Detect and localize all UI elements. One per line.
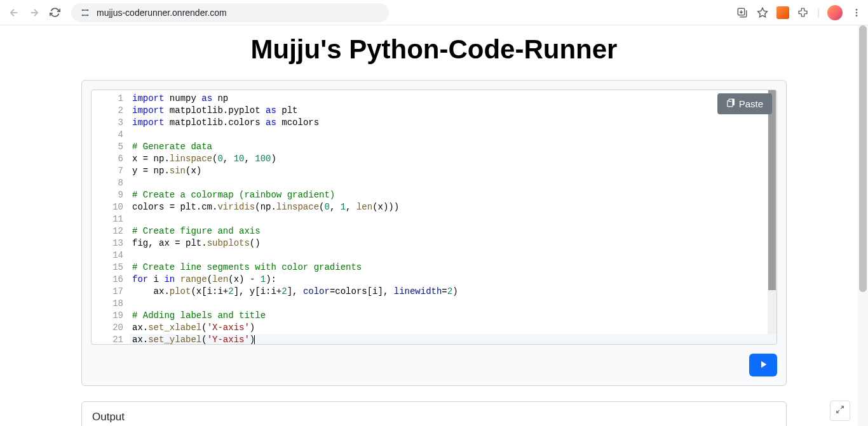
forward-button[interactable]: [25, 4, 43, 22]
code-line[interactable]: ax.plot(x[i:i+2], y[i:i+2], color=colors…: [130, 286, 776, 298]
line-gutter: 123456789101112131415161718192021: [92, 90, 130, 345]
bookmark-icon[interactable]: [756, 6, 769, 19]
svg-point-5: [856, 9, 858, 11]
code-line[interactable]: fig, ax = plt.subplots(): [130, 237, 776, 250]
url-bar[interactable]: mujjus-coderunner.onrender.com: [71, 3, 389, 22]
code-line[interactable]: ax.set_xlabel('X-axis'): [130, 322, 776, 334]
code-line[interactable]: for i in range(len(x) - 1):: [130, 274, 776, 286]
code-line[interactable]: y = np.sin(x): [130, 165, 776, 177]
code-editor[interactable]: 123456789101112131415161718192021 import…: [91, 90, 777, 345]
code-line[interactable]: # Generate data: [130, 141, 776, 153]
page-scrollbar-thumb[interactable]: [859, 25, 867, 292]
code-line[interactable]: colors = plt.cm.viridis(np.linspace(0, 1…: [130, 201, 776, 213]
page-viewport: Mujju's Python-Code-Runner Paste 1234567…: [0, 25, 868, 426]
page-scrollbar[interactable]: [858, 25, 868, 426]
reload-button[interactable]: [46, 4, 64, 22]
more-menu-icon[interactable]: [850, 6, 863, 19]
paste-button[interactable]: Paste: [717, 93, 772, 114]
install-app-icon[interactable]: [736, 6, 749, 19]
expand-button[interactable]: [830, 401, 850, 421]
browser-toolbar: mujjus-coderunner.onrender.com |: [0, 0, 868, 25]
output-panel: Output: [81, 401, 787, 426]
code-line[interactable]: x = np.linspace(0, 10, 100): [130, 153, 776, 165]
clipboard-icon: [726, 98, 735, 109]
page-title: Mujju's Python-Code-Runner: [10, 25, 858, 80]
code-line[interactable]: import matplotlib.pyplot as plt: [130, 105, 776, 117]
code-line[interactable]: ax.set_ylabel('Y-axis'): [130, 334, 776, 345]
code-line[interactable]: import numpy as np: [130, 93, 776, 105]
svg-point-3: [87, 15, 88, 15]
code-line[interactable]: [130, 177, 776, 189]
editor-panel: Paste 123456789101112131415161718192021 …: [81, 80, 787, 386]
code-line[interactable]: import matplotlib.colors as mcolors: [130, 117, 776, 129]
metamask-extension-icon[interactable]: [776, 6, 789, 19]
code-line[interactable]: # Adding labels and title: [130, 310, 776, 322]
code-line[interactable]: [130, 129, 776, 141]
output-label: Output: [92, 411, 776, 423]
code-line[interactable]: # Create a colormap (rainbow gradient): [130, 189, 776, 201]
code-line[interactable]: [130, 250, 776, 262]
code-lines[interactable]: import numpy as npimport matplotlib.pypl…: [130, 90, 776, 345]
code-line[interactable]: # Create figure and axis: [130, 225, 776, 237]
play-icon: [757, 359, 769, 372]
code-line[interactable]: [130, 213, 776, 225]
svg-point-6: [856, 11, 858, 13]
code-line[interactable]: [130, 298, 776, 310]
run-button[interactable]: [749, 354, 777, 376]
paste-label: Paste: [739, 98, 763, 109]
svg-point-2: [82, 15, 83, 15]
back-button[interactable]: [5, 4, 23, 22]
extensions-icon[interactable]: [797, 6, 810, 19]
site-settings-icon[interactable]: [79, 6, 92, 19]
url-text: mujjus-coderunner.onrender.com: [97, 8, 227, 18]
svg-point-7: [856, 15, 858, 17]
code-line[interactable]: # Create line segments with color gradie…: [130, 262, 776, 274]
expand-icon: [836, 405, 844, 416]
profile-avatar-icon[interactable]: [827, 5, 843, 20]
